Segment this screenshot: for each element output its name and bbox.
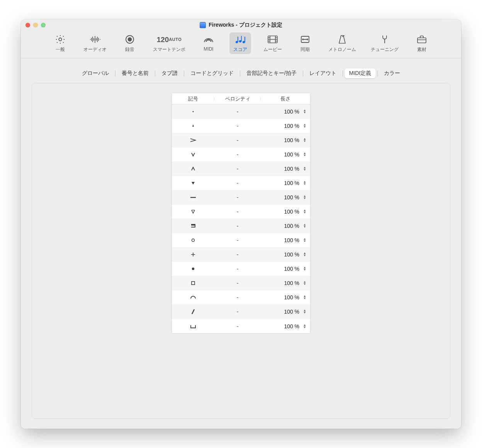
velocity-cell[interactable]: - (214, 223, 261, 229)
col-symbol[interactable]: 記号 (172, 95, 214, 102)
velocity-cell[interactable]: - (214, 123, 261, 129)
table-row[interactable]: -100 %▲▼ (172, 219, 310, 233)
length-cell[interactable]: 100 %▲▼ (261, 209, 310, 215)
length-cell[interactable]: 100 %▲▼ (261, 294, 310, 300)
table-row[interactable]: -100 %▲▼ (172, 305, 310, 319)
zoom-button[interactable] (41, 23, 46, 27)
table-row[interactable]: -100 %▲▼ (172, 233, 310, 248)
tab-metronome[interactable]: メトロノーム (326, 32, 358, 54)
subtab-global[interactable]: グローバル (77, 68, 114, 78)
velocity-cell[interactable]: - (214, 109, 261, 115)
velocity-cell[interactable]: - (214, 151, 261, 158)
table-row[interactable]: -100 %▲▼ (172, 133, 310, 148)
velocity-cell[interactable]: - (214, 294, 261, 300)
velocity-cell[interactable]: - (214, 309, 261, 315)
tab-record[interactable]: 録音 (119, 32, 141, 54)
tab-score-label: スコア (233, 46, 247, 53)
subtab-tablature[interactable]: タブ譜 (157, 68, 182, 78)
symbol-cell (172, 166, 214, 171)
table-row[interactable]: -100 %▲▼ (172, 176, 310, 190)
velocity-cell[interactable]: - (214, 251, 261, 258)
subtab-layout[interactable]: レイアウト (305, 68, 341, 78)
tab-tuning[interactable]: チューニング (368, 32, 401, 54)
table-row[interactable]: -100 %▲▼ (172, 105, 310, 119)
length-cell[interactable]: 100 %▲▼ (261, 180, 310, 186)
length-stepper[interactable]: ▲▼ (303, 309, 306, 314)
length-stepper[interactable]: ▲▼ (303, 181, 306, 185)
table-row[interactable]: -100 %▲▼ (172, 148, 310, 162)
length-cell[interactable]: 100 %▲▼ (261, 266, 310, 272)
velocity-cell[interactable]: - (214, 237, 261, 243)
length-stepper[interactable]: ▲▼ (303, 109, 306, 114)
table-row[interactable]: -100 %▲▼ (172, 262, 310, 276)
table-row[interactable]: -100 %▲▼ (172, 319, 310, 333)
velocity-cell[interactable]: - (214, 180, 261, 186)
length-stepper[interactable]: ▲▼ (303, 152, 306, 157)
length-stepper[interactable]: ▲▼ (303, 138, 306, 143)
tab-score[interactable]: スコア (229, 32, 251, 54)
length-cell[interactable]: 100 %▲▼ (261, 166, 310, 172)
length-cell[interactable]: 100 %▲▼ (261, 151, 310, 158)
table-row[interactable]: -100 %▲▼ (172, 276, 310, 290)
length-cell[interactable]: 100 %▲▼ (261, 109, 310, 115)
length-stepper[interactable]: ▲▼ (303, 224, 306, 228)
table-row[interactable]: -100 %▲▼ (172, 190, 310, 205)
velocity-cell[interactable]: - (214, 280, 261, 286)
length-stepper[interactable]: ▲▼ (303, 124, 306, 128)
length-cell[interactable]: 100 %▲▼ (261, 237, 310, 243)
velocity-cell[interactable]: - (214, 266, 261, 272)
length-cell[interactable]: 100 %▲▼ (261, 323, 310, 329)
length-cell[interactable]: 100 %▲▼ (261, 251, 310, 258)
accent-icon (189, 137, 197, 143)
length-stepper[interactable]: ▲▼ (303, 266, 306, 271)
length-stepper[interactable]: ▲▼ (303, 209, 306, 214)
close-button[interactable] (25, 23, 30, 27)
velocity-cell[interactable]: - (214, 323, 261, 329)
length-stepper[interactable]: ▲▼ (303, 195, 306, 200)
length-stepper[interactable]: ▲▼ (303, 295, 306, 300)
symbol-cell (172, 209, 214, 214)
subtab-clefs-keys-time[interactable]: 音部記号とキー/拍子 (242, 68, 301, 78)
tab-movie[interactable]: ムービー (261, 32, 284, 54)
length-stepper[interactable]: ▲▼ (303, 238, 306, 243)
tab-general[interactable]: 一般 (49, 32, 71, 54)
velocity-cell[interactable]: - (214, 209, 261, 215)
table-row[interactable]: -100 %▲▼ (172, 248, 310, 262)
length-cell[interactable]: 100 %▲▼ (261, 309, 310, 315)
length-stepper[interactable]: ▲▼ (303, 252, 306, 257)
window-controls (25, 23, 46, 27)
subtab-color[interactable]: カラー (379, 68, 405, 78)
length-cell[interactable]: 100 %▲▼ (261, 137, 310, 143)
length-stepper[interactable]: ▲▼ (303, 281, 306, 285)
table-row[interactable]: -100 %▲▼ (172, 205, 310, 219)
velocity-cell[interactable]: - (214, 137, 261, 143)
subtab-midi-definition[interactable]: MIDI定義 (345, 68, 376, 78)
length-stepper[interactable]: ▲▼ (303, 324, 306, 329)
col-length[interactable]: 長さ (261, 95, 310, 102)
tab-smart-tempo[interactable]: 120 AUTO スマートテンポ (151, 32, 188, 54)
velocity-cell[interactable]: - (214, 166, 261, 172)
symbol-cell (172, 266, 214, 272)
velocity-cell[interactable]: - (214, 194, 261, 200)
tab-assets[interactable]: 素材 (411, 32, 433, 54)
length-cell[interactable]: 100 %▲▼ (261, 123, 310, 129)
subtab-numbers-names[interactable]: 番号と名前 (117, 68, 153, 78)
plus-stopped-icon (190, 252, 196, 257)
tab-audio[interactable]: オーディオ (81, 32, 109, 54)
table-row[interactable]: -100 %▲▼ (172, 119, 310, 133)
length-stepper[interactable]: ▲▼ (303, 166, 306, 171)
table-row[interactable]: -100 %▲▼ (172, 290, 310, 305)
tab-midi[interactable]: MIDI (198, 32, 219, 54)
minimize-button[interactable] (33, 23, 38, 27)
length-cell[interactable]: 100 %▲▼ (261, 223, 310, 229)
length-cell[interactable]: 100 %▲▼ (261, 194, 310, 200)
tab-sync[interactable]: 同期 (294, 32, 316, 54)
svg-rect-18 (190, 197, 196, 198)
table-row[interactable]: -100 %▲▼ (172, 162, 310, 176)
length-cell[interactable]: 100 %▲▼ (261, 280, 310, 286)
record-icon (123, 34, 136, 45)
content-area: グローバル 番号と名前 タブ譜 コードとグリッド 音部記号とキー/拍子 レイアウ… (21, 58, 461, 429)
subtab-chords-grids[interactable]: コードとグリッド (186, 68, 238, 78)
staccato-dot-icon (190, 109, 196, 114)
col-velocity[interactable]: ベロシティ (214, 95, 261, 102)
